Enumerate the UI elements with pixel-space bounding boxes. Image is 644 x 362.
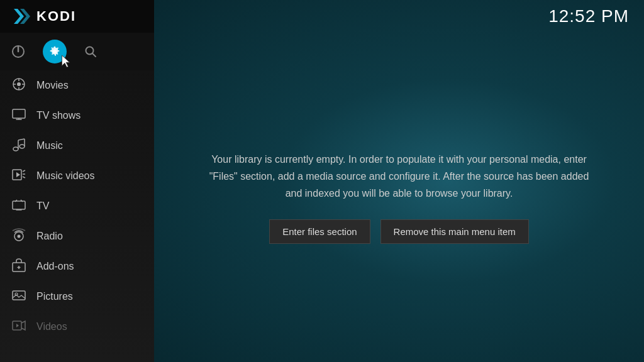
tvshows-icon [11,109,26,123]
tvshows-label: TV shows [36,110,80,121]
enter-files-button[interactable]: Enter files section [269,219,370,244]
svg-rect-14 [13,109,25,118]
sidebar-item-pictures[interactable]: Pictures [0,282,154,312]
movies-icon [11,77,26,94]
movies-label: Movies [36,80,69,91]
svg-line-7 [92,53,96,57]
svg-rect-27 [13,201,25,209]
sidebar-item-music[interactable]: Music [0,131,154,161]
remove-menu-item-button[interactable]: Remove this main menu item [380,219,529,244]
app-title: KODI [36,8,76,25]
videos-icon [11,320,26,334]
sidebar-header: KODI [0,0,154,33]
search-icon[interactable] [84,45,97,58]
nav-items: Movies TV shows [0,70,154,362]
svg-line-19 [18,139,25,140]
svg-point-32 [18,234,21,238]
action-buttons: Enter files section Remove this main men… [269,219,529,244]
power-icon[interactable] [11,45,25,58]
sidebar-item-videos[interactable]: Videos [0,312,154,342]
svg-point-17 [13,147,18,151]
addons-label: Add-ons [36,261,74,272]
main-content: 12:52 PM Your library is currently empty… [154,0,644,362]
svg-marker-23 [16,172,20,177]
tv-icon [11,199,26,214]
addons-icon [11,258,26,275]
settings-icon[interactable] [43,40,67,63]
svg-marker-39 [16,324,19,327]
sidebar-item-tvshows[interactable]: TV shows [0,101,154,131]
radio-icon [11,228,26,245]
pictures-label: Pictures [36,291,73,302]
kodi-logo-icon [11,6,31,26]
clock: 12:52 PM [548,6,629,26]
pictures-icon [11,290,26,304]
sidebar-toolbar [0,33,154,70]
sidebar-item-music-videos[interactable]: Music videos [0,161,154,191]
music-videos-label: Music videos [36,170,94,182]
svg-marker-5 [62,55,69,67]
sidebar-item-tv[interactable]: TV [0,191,154,221]
content-area: Your library is currently empty. In orde… [154,33,644,362]
empty-library-message: Your library is currently empty. In orde… [204,151,594,202]
tv-label: TV [36,200,49,212]
sidebar: KODI [0,0,154,362]
svg-rect-36 [13,291,25,300]
music-videos-icon [11,169,26,184]
sidebar-item-movies[interactable]: Movies [0,70,154,101]
app-layout: KODI [0,0,644,362]
svg-point-9 [17,82,21,86]
topbar: 12:52 PM [154,0,644,33]
sidebar-item-radio[interactable]: Radio [0,221,154,251]
kodi-logo: KODI [11,6,76,26]
videos-label: Videos [36,321,67,332]
music-label: Music [36,140,63,151]
radio-label: Radio [36,231,63,242]
sidebar-item-addons[interactable]: Add-ons [0,251,154,282]
cursor [60,55,70,67]
svg-point-21 [19,145,25,148]
svg-line-24 [23,170,25,172]
svg-line-26 [23,177,25,178]
music-icon [11,138,26,155]
